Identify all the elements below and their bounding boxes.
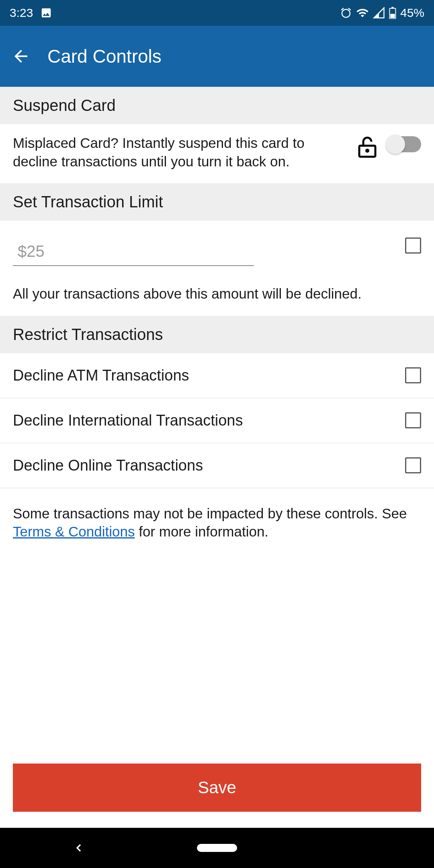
- signal-icon: [373, 7, 385, 19]
- status-battery: 45%: [400, 6, 424, 20]
- nav-bar: [0, 828, 434, 868]
- svg-rect-2: [390, 14, 395, 18]
- save-button[interactable]: Save: [13, 764, 421, 812]
- restrict-international-checkbox[interactable]: [405, 412, 421, 428]
- wifi-icon: [356, 6, 369, 19]
- restrict-atm-row: Decline ATM Transactions: [0, 353, 434, 398]
- restrict-item-label: Decline International Transactions: [13, 412, 243, 429]
- suspend-description: Misplaced Card? Instantly suspend this c…: [13, 134, 347, 170]
- image-icon: [40, 7, 52, 19]
- disclaimer-before: Some transactions may not be impacted by…: [13, 506, 407, 521]
- terms-link[interactable]: Terms & Conditions: [13, 524, 135, 539]
- transaction-limit-note: All your transactions above this amount …: [13, 285, 421, 303]
- restrict-item-label: Decline Online Transactions: [13, 457, 203, 474]
- status-bar: 3:23 45%: [0, 0, 434, 26]
- nav-back-button[interactable]: [72, 841, 85, 854]
- app-bar: Card Controls: [0, 26, 434, 87]
- unlock-icon: [355, 135, 379, 160]
- status-time: 3:23: [10, 6, 33, 20]
- page-title: Card Controls: [47, 45, 162, 67]
- restrict-international-row: Decline International Transactions: [0, 398, 434, 443]
- svg-point-4: [366, 150, 368, 152]
- suspend-card-heading: Suspend Card: [0, 87, 434, 124]
- transaction-limit-checkbox[interactable]: [405, 237, 421, 254]
- restrict-atm-checkbox[interactable]: [405, 367, 421, 383]
- disclaimer-after: for more information.: [135, 524, 268, 539]
- back-button[interactable]: [11, 47, 31, 66]
- suspend-card-row: Misplaced Card? Instantly suspend this c…: [0, 124, 434, 183]
- restrict-item-label: Decline ATM Transactions: [13, 367, 189, 384]
- nav-home-button[interactable]: [197, 844, 237, 852]
- transaction-limit-input[interactable]: [13, 237, 254, 266]
- restrict-transactions-heading: Restrict Transactions: [0, 316, 434, 353]
- alarm-icon: [340, 7, 352, 19]
- suspend-toggle[interactable]: [387, 136, 421, 152]
- svg-rect-1: [391, 7, 393, 8]
- battery-icon: [389, 7, 396, 19]
- transaction-limit-heading: Set Transaction Limit: [0, 183, 434, 221]
- restrict-online-row: Decline Online Transactions: [0, 443, 434, 488]
- disclaimer: Some transactions may not be impacted by…: [0, 488, 434, 557]
- restrict-online-checkbox[interactable]: [405, 457, 421, 473]
